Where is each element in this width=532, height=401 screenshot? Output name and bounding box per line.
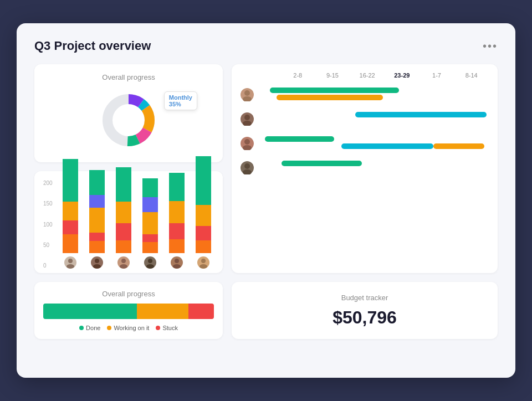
bar-segment-green	[89, 170, 105, 195]
avatar	[241, 112, 254, 126]
bar-segment-green	[116, 167, 131, 202]
progress-stuck	[188, 304, 214, 319]
bar-segment-red	[89, 233, 105, 241]
bar-segment-red	[196, 226, 211, 240]
bar	[89, 170, 105, 253]
bar	[169, 173, 185, 253]
gantt-col-6: 8-14	[454, 72, 489, 79]
progress-working	[137, 304, 188, 319]
svg-point-18	[93, 264, 101, 269]
svg-point-20	[120, 264, 127, 269]
bar	[142, 178, 158, 253]
bar-segment-amber	[116, 202, 131, 223]
svg-point-6	[113, 105, 144, 136]
tooltip-label: Monthly	[169, 94, 192, 101]
gantt-header: 2-8 9-15 16-22 23-29 1-7 8-14	[241, 72, 489, 79]
legend-dot-done	[79, 326, 84, 330]
bar-group	[166, 173, 187, 269]
legend-dot-stuck	[156, 326, 160, 330]
avatar	[171, 256, 183, 269]
gantt-chart-card: 2-8 9-15 16-22 23-29 1-7 8-14	[232, 64, 498, 273]
bar-segment-orange	[142, 242, 158, 253]
bar-segment-indigo	[89, 195, 105, 208]
avatar	[197, 256, 209, 269]
avatar	[91, 256, 103, 269]
bottom-row: Overall progress Done Working on it	[34, 282, 498, 339]
svg-point-8	[243, 96, 252, 101]
avatar	[241, 161, 254, 174]
gantt-bar-green	[270, 88, 399, 93]
bar-segment-amber	[89, 208, 105, 233]
bar-segment-orange	[116, 240, 131, 253]
bar-chart-card: 200 150 100 50 0	[34, 171, 223, 273]
gantt-row	[241, 161, 489, 175]
bar-segment-amber	[63, 202, 78, 220]
legend-dot-working	[107, 326, 111, 330]
budget-card: Budget tracker $50,796	[232, 282, 498, 339]
gantt-bar-amber	[433, 143, 484, 149]
tooltip-value: 35%	[169, 101, 192, 107]
avatar	[64, 256, 76, 269]
gantt-rows	[241, 85, 489, 175]
avatar	[241, 88, 254, 101]
gantt-bar-green	[265, 136, 334, 142]
gantt-row	[241, 136, 489, 151]
bar-segment-orange	[89, 241, 105, 254]
gantt-bar-cyan	[341, 143, 433, 149]
budget-amount: $50,796	[332, 307, 397, 328]
bar-segment-orange	[196, 240, 211, 253]
bar-segment-red	[142, 234, 158, 242]
bar-segment-amber	[142, 212, 158, 235]
bar	[63, 159, 78, 253]
svg-point-16	[66, 264, 74, 269]
donut-chart-wrapper: Monthly 35%	[43, 87, 214, 153]
progress-card-title: Overall progress	[43, 290, 214, 298]
svg-point-12	[243, 145, 252, 150]
avatar	[241, 137, 254, 150]
gantt-col-3: 16-22	[350, 72, 385, 79]
bar	[196, 156, 211, 253]
gantt-bar-area	[258, 161, 489, 175]
bar-segment-green	[142, 178, 158, 197]
dashboard: Q3 Project overview ••• Overall progress	[17, 23, 515, 378]
gantt-row	[241, 112, 489, 126]
gantt-bar-cyan	[355, 112, 487, 117]
legend-label-stuck: Stuck	[162, 325, 178, 331]
svg-point-22	[146, 264, 154, 269]
legend-item-stuck: Stuck	[156, 325, 178, 331]
svg-point-25	[201, 259, 206, 263]
y-label: 0	[43, 263, 53, 269]
y-label: 200	[43, 180, 53, 186]
svg-point-7	[244, 90, 250, 96]
budget-card-title: Budget tracker	[341, 294, 388, 302]
progress-done	[43, 304, 137, 319]
svg-point-15	[68, 259, 73, 263]
overall-progress-card: Overall progress Done Working on it	[34, 282, 223, 339]
legend-label-done: Done	[86, 325, 100, 331]
bar-segment-amber	[169, 201, 185, 224]
gantt-bar-area	[258, 88, 489, 102]
legend-item-done: Done	[79, 325, 100, 331]
gantt-bar-area	[258, 112, 489, 126]
svg-point-26	[200, 264, 207, 269]
svg-point-17	[95, 259, 99, 263]
donut-chart-svg	[98, 90, 159, 151]
gantt-col-4: 23-29	[385, 72, 420, 79]
bar-segment-indigo	[142, 197, 158, 212]
bar-segment-green	[169, 173, 185, 201]
legend: Done Working on it Stuck	[43, 325, 214, 331]
bar-segment-red	[63, 220, 78, 235]
y-axis: 200 150 100 50 0	[43, 180, 53, 269]
bar-segment-red	[116, 223, 131, 240]
header: Q3 Project overview •••	[34, 39, 498, 53]
svg-point-10	[243, 121, 252, 126]
gantt-row	[241, 88, 489, 102]
main-grid: Overall progress	[34, 64, 498, 339]
svg-point-21	[148, 259, 152, 263]
more-options-icon[interactable]: •••	[483, 40, 498, 53]
svg-point-13	[244, 163, 250, 169]
page-title: Q3 Project overview	[34, 39, 151, 53]
bar-group	[113, 167, 134, 269]
gantt-bar-green	[282, 161, 362, 166]
svg-point-23	[175, 259, 179, 263]
